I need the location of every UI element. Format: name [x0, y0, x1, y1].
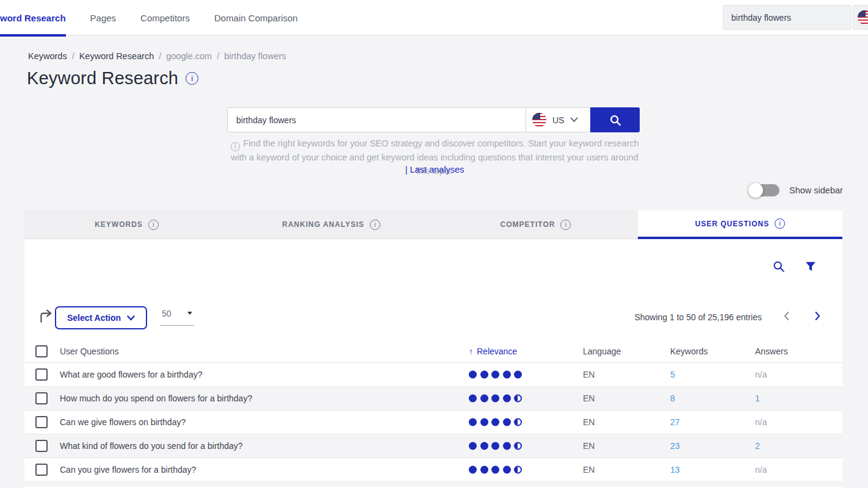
sort-ascending-icon: ↑ [469, 346, 473, 356]
relevance-dots [469, 466, 526, 474]
country-select[interactable]: US [526, 107, 591, 132]
answers-value[interactable]: 1 [755, 393, 760, 403]
breadcrumb-keywords[interactable]: Keywords [28, 51, 67, 61]
header-user-questions: User Questions [60, 346, 118, 356]
title-info-icon[interactable] [186, 72, 198, 85]
filter-icon[interactable] [803, 259, 818, 274]
row-checkbox[interactable] [35, 440, 48, 452]
question-text: How much do you spend on flowers for a b… [60, 393, 252, 403]
relevance-dot [480, 418, 488, 426]
header-language[interactable]: Language [583, 346, 621, 356]
breadcrumb-domain[interactable]: google.com [166, 51, 212, 61]
relevance-dot [514, 418, 522, 426]
select-action-label: Select Action [67, 313, 121, 323]
row-checkbox[interactable] [35, 392, 48, 404]
info-icon[interactable] [370, 220, 380, 230]
header-keywords[interactable]: Keywords [670, 346, 707, 356]
relevance-dot [491, 418, 499, 426]
show-sidebar-toggle[interactable] [750, 184, 779, 196]
keywords-link[interactable]: 5 [670, 370, 675, 379]
breadcrumb-separator: / [159, 51, 161, 61]
language-value: EN [583, 417, 595, 427]
search-button[interactable] [590, 107, 640, 132]
table-row-partial [24, 482, 842, 487]
keywords-link[interactable]: 8 [670, 393, 675, 403]
nav-item-domain-comparison[interactable]: Domain Comparison [214, 0, 298, 35]
relevance-dot [469, 395, 477, 403]
answers-value: n/a [755, 417, 767, 427]
nav-item-label: Domain Comparison [214, 13, 298, 23]
tab-ranking-analysis[interactable]: RANKING ANALYSIS [229, 210, 433, 239]
question-text: What kind of flowers do you send for a b… [60, 441, 243, 451]
caret-down-icon [187, 312, 192, 315]
info-icon[interactable] [560, 220, 571, 230]
relevance-dot [480, 395, 488, 403]
keywords-link[interactable]: 23 [670, 441, 680, 451]
toggle-knob [748, 183, 763, 198]
select-action-dropdown[interactable]: Select Action [55, 306, 147, 329]
relevance-dot [514, 371, 522, 379]
us-flag-icon [532, 113, 546, 127]
chevron-down-icon [570, 117, 578, 123]
keywords-link[interactable]: 27 [670, 417, 680, 427]
keywords-link[interactable]: 13 [670, 465, 680, 475]
answers-value[interactable]: 2 [755, 441, 760, 451]
answers-value: n/a [755, 370, 767, 379]
top-navigation-bar: word Research Pages Competitors Domain C… [0, 0, 868, 35]
select-all-checkbox[interactable] [35, 345, 48, 357]
export-icon[interactable] [38, 309, 54, 325]
panel-icons [772, 259, 818, 274]
relevance-dot [469, 466, 477, 474]
nav-item-label: Competitors [140, 13, 190, 23]
table-row: Can we give flowers on birthday? EN 27 n… [24, 411, 842, 434]
table-row: What are good flowers for a birthday? EN… [24, 363, 842, 387]
pagination-summary: Showing 1 to 50 of 25,196 entries [610, 312, 762, 322]
nav-item-keyword-research[interactable]: word Research [0, 0, 66, 35]
topbar-search-value: birthday flowers [731, 13, 791, 23]
nav-item-label: word Research [0, 13, 66, 23]
table-search-icon[interactable] [772, 259, 786, 274]
breadcrumb-separator: / [217, 51, 219, 61]
answers-value: n/a [755, 465, 767, 475]
language-value: EN [583, 393, 595, 403]
page-size-value: 50 [162, 309, 172, 318]
relevance-dots [469, 442, 526, 450]
keyword-search-input[interactable]: birthday flowers [227, 107, 526, 132]
breadcrumb-separator: / [72, 51, 74, 61]
language-value: EN [583, 441, 595, 451]
tab-keywords[interactable]: KEYWORDS [24, 210, 229, 239]
divider: | [405, 165, 408, 174]
next-page-button[interactable] [812, 310, 824, 323]
tab-competitor[interactable]: COMPETITOR [433, 210, 638, 239]
relevance-dot [514, 466, 522, 474]
nav-item-pages[interactable]: Pages [90, 0, 117, 35]
question-text: Can we give flowers on birthday? [60, 417, 186, 427]
relevance-dot [491, 442, 499, 450]
tab-user-questions[interactable]: USER QUESTIONS [638, 210, 842, 239]
previous-page-button[interactable] [781, 310, 794, 323]
row-checkbox[interactable] [35, 464, 48, 476]
breadcrumb-keyword-research[interactable]: Keyword Research [79, 51, 154, 61]
header-relevance-sort[interactable]: ↑Relevance [469, 346, 517, 356]
table-header: User Questions ↑Relevance Language Keywo… [24, 340, 842, 363]
info-icon[interactable] [775, 218, 785, 229]
relevance-dot [503, 442, 511, 450]
last-analyses-label: Last analyses [410, 165, 465, 174]
row-checkbox[interactable] [35, 416, 48, 428]
topbar-search-input[interactable]: birthday flowers [723, 5, 852, 30]
question-text: Can you give flowers for a birthday? [60, 465, 196, 475]
table-body: What are good flowers for a birthday? EN… [24, 363, 842, 487]
header-answers[interactable]: Answers [755, 346, 788, 356]
question-text: What are good flowers for a birthday? [60, 370, 202, 379]
row-checkbox[interactable] [35, 368, 48, 381]
table-row: How much do you spend on flowers for a b… [24, 387, 842, 411]
relevance-dot [491, 371, 499, 379]
page-size-select[interactable]: 50 [160, 307, 194, 326]
relevance-dots [469, 371, 526, 379]
nav-item-competitors[interactable]: Competitors [140, 0, 190, 35]
relevance-dot [469, 442, 477, 450]
topbar-country-selector[interactable] [853, 5, 868, 30]
info-icon[interactable] [148, 220, 159, 230]
page-title: Keyword Research [27, 68, 178, 88]
last-analyses-link[interactable]: |Last analyses [226, 165, 643, 174]
